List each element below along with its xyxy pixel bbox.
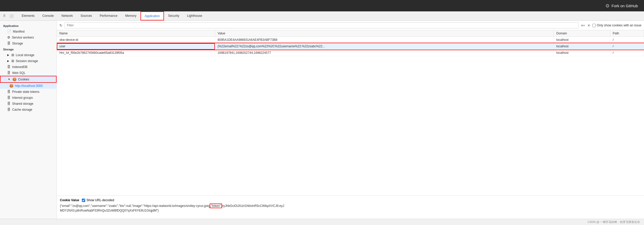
cookie-value-label: Cookie Value [60,198,79,202]
column-name: Name [57,30,215,37]
tab-network[interactable]: Network [58,11,76,20]
table-row[interactable]: Hm_lvt_f56e2b7862745660cade65a83139f05a … [57,50,644,56]
sidebar-section-storage: Storage [0,46,57,52]
sidebar-item-localhost-3000[interactable]: 🍪 http://localhost:3000 [0,83,57,89]
cookie-domain: localhost [554,50,610,56]
github-icon: ⊙ [606,3,609,9]
sidebar-item-session-storage[interactable]: ▶ ⊞ Session storage [0,58,57,64]
cookie-value-part1: {"email":"zs@qq.com","username":"zsabc",… [60,204,210,208]
sidebar-item-storage[interactable]: 🗄 Storage [0,40,57,46]
banner-text: Fork on GitHub [611,4,638,8]
sidebar-item-interest-groups[interactable]: 🗄 Interest groups [0,95,57,101]
footer-bar: CSDN @ 一棵开花的树，枝芽无限靠近你 [0,219,644,225]
cache-storage-icon: 🗄 [7,108,11,111]
private-state-icon: 🗄 [7,90,11,94]
footer-text: CSDN @ 一棵开花的树，枝芽无限靠近你 [588,220,640,224]
interest-groups-icon: 🗄 [7,96,11,100]
devtools-icon-2[interactable]: ⬜ [8,13,14,18]
url-decoded-label: Show URL-decoded [82,198,114,202]
column-path: Path [610,30,644,37]
sidebar-item-label: Local storage [16,53,34,57]
cookie-name: Hm_lvt_f56e2b7862745660cade65a83139f05a [57,50,215,56]
filter-bar: ↻ ≡× ✕ Only show cookies with an issue [57,21,644,30]
content-area: ↻ ≡× ✕ Only show cookies with an issue [57,21,644,219]
filter-input[interactable] [65,22,578,28]
clear-filter-button[interactable]: ✕ [587,23,591,28]
devtools-icon-1[interactable]: ⠿ [2,13,7,18]
cookie-name: xkw-device-id [57,37,215,43]
sidebar-item-label: Cache storage [12,108,32,111]
cookie-path: / [610,43,644,50]
cookie-name: user [57,43,215,50]
tab-bar: ⠿ ⬜ Elements Console Network Sources Per… [0,11,644,21]
sidebar-item-cache-storage[interactable]: 🗄 Cache storage [0,107,57,113]
sidebar-item-indexeddb[interactable]: 🗄 IndexedDB [0,64,57,70]
tab-performance[interactable]: Performance [96,11,121,20]
cookie-path: / [610,50,644,56]
sidebar-item-private-state-tokens[interactable]: 🗄 Private state tokens [0,89,57,95]
table-row[interactable]: xkw-device-id 8095A1DE4AA986931A6AE4FB3A… [57,37,644,43]
arrow-icon: ▶ [7,54,9,56]
cookie-value: 8095A1DE4AA986931A6AE4FB3ABF73B8 [215,37,554,43]
tab-security[interactable]: Security [164,11,183,20]
tab-sources[interactable]: Sources [77,11,96,20]
sidebar-item-label: Session storage [16,59,38,63]
arrow-icon: ▼ [8,78,10,81]
sidebar-item-manifest[interactable]: 📄 Manifest [0,28,57,34]
issue-filter-checkbox[interactable] [592,24,596,27]
filter-icon[interactable]: ≡× [580,23,585,28]
top-banner: ⊙ Fork on GitHub [0,0,644,11]
cookie-value-part3: MDY2NX0.p8nRuwNabP33RnQu3ZoWBfDQQ07qXsF6… [60,209,159,212]
shared-storage-icon: 🗄 [7,102,11,106]
sidebar-item-cookies[interactable]: ▼ 🍪 Cookies [0,76,57,83]
refresh-button[interactable]: ↻ [59,23,62,27]
sidebar-item-label: Interest groups [12,96,33,100]
service-workers-icon: ⚙ [7,35,10,39]
tab-console[interactable]: Console [39,11,57,20]
cookie-value-part2: eyJhbGciOiJIUzI1NiIsInR5cCI6IkpXVCJ9.eyJ [222,204,284,208]
column-domain: Domain [554,30,610,37]
arrow-icon: ▶ [7,59,9,62]
manifest-icon: 📄 [7,29,11,33]
sidebar-item-label: Manifest [13,30,25,33]
tab-lighthouse[interactable]: Lighthouse [183,11,206,20]
cookie-path: / [610,37,644,43]
sidebar-item-label: Shared storage [12,102,33,106]
url-decoded-checkbox[interactable] [82,199,85,202]
devtools-window: ⊙ Fork on GitHub ⠿ ⬜ Elements Console Ne… [0,0,644,225]
cookie-value: 1698197841,1698202744,1698224577 [215,50,554,56]
url-decoded-text: Show URL-decoded [87,198,114,202]
storage-icon: 🗄 [7,41,11,45]
table-header-row: Name Value Domain Path [57,30,644,37]
sidebar-item-label: Web SQL [12,71,26,75]
sidebar-item-label: Private state tokens [12,90,39,94]
cookie-domain: localhost [554,37,610,43]
sidebar-item-service-workers[interactable]: ⚙ Service workers [0,34,57,40]
sidebar-item-shared-storage[interactable]: 🗄 Shared storage [0,101,57,107]
indexeddb-icon: 🗄 [7,65,11,69]
cookie-host-icon: 🍪 [9,84,13,88]
tab-memory[interactable]: Memory [122,11,140,20]
issue-filter-text: Only show cookies with an issue [597,24,641,27]
cookie-value-token: ,"token": [210,204,222,208]
sidebar-item-label: Cookies [18,78,29,81]
tab-icons: ⠿ ⬜ [2,13,14,18]
filter-actions: ≡× ✕ Only show cookies with an issue [580,23,641,28]
cookie-value-text: {"email":"zs@qq.com","username":"zsabc",… [60,204,641,213]
local-storage-icon: ⊞ [11,53,14,57]
sidebar-item-local-storage[interactable]: ▶ ⊞ Local storage [0,52,57,58]
sidebar-section-application: Application [0,23,57,28]
cookie-domain: localhost [554,43,610,50]
main-area: Application 📄 Manifest ⚙ Service workers… [0,21,644,219]
issue-filter-label: Only show cookies with an issue [592,24,641,27]
sidebar-item-label: http://localhost:3000 [15,84,43,88]
sidebar: Application 📄 Manifest ⚙ Service workers… [0,21,57,219]
sidebar-item-label: Storage [12,42,23,45]
cookies-icon: 🍪 [12,77,17,81]
tab-elements[interactable]: Elements [18,11,38,20]
sidebar-item-web-sql[interactable]: 🗄 Web SQL [0,70,57,76]
table-row-user[interactable]: user {%22email%22:%22zs@qq.com%22%2C%22u… [57,43,644,50]
cookies-table: Name Value Domain Path xkw-device-id 809… [57,30,644,56]
web-sql-icon: 🗄 [7,71,11,75]
tab-application[interactable]: Application [140,11,164,20]
